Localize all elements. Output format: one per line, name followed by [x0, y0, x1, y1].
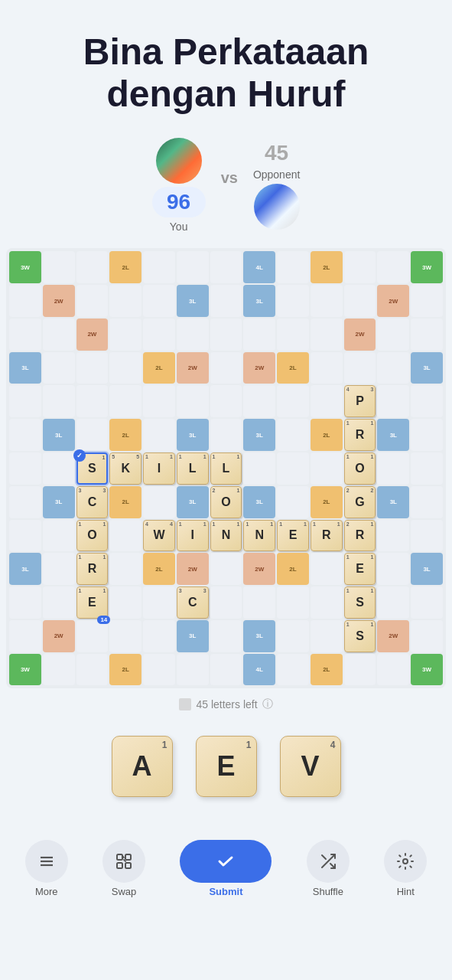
cell-5-8[interactable] — [277, 419, 309, 451]
hand-tile-e[interactable]: 1 E — [196, 736, 257, 797]
cell-5-10[interactable]: 1R1 — [344, 419, 376, 451]
tile-6-10[interactable]: 1O1 — [344, 452, 376, 485]
cell-0-10[interactable] — [344, 251, 376, 283]
cell-7-6[interactable]: 2O1 — [210, 486, 242, 518]
cell-4-3[interactable] — [109, 385, 141, 417]
cell-2-9[interactable] — [311, 318, 343, 351]
cell-10-3[interactable] — [109, 586, 141, 619]
cell-6-10[interactable]: 1O1 — [344, 452, 376, 485]
cell-8-12[interactable] — [411, 520, 443, 552]
tile-7-6[interactable]: 2O1 — [210, 486, 242, 518]
cell-2-1[interactable] — [43, 318, 75, 351]
cell-8-3[interactable] — [109, 520, 141, 552]
cell-9-2[interactable]: 1R1 — [76, 553, 109, 585]
tile-8-9[interactable]: 1R1 — [311, 520, 343, 552]
cell-11-12[interactable] — [411, 620, 443, 652]
cell-0-8[interactable] — [277, 251, 309, 283]
cell-11-6[interactable] — [210, 620, 242, 652]
cell-6-3[interactable]: 5K5 — [109, 452, 141, 485]
cell-12-4[interactable] — [143, 654, 175, 686]
tile-6-4[interactable]: 1I1 — [143, 452, 175, 485]
cell-8-4[interactable]: 4W4 — [143, 520, 175, 552]
cell-10-10[interactable]: 1S1 — [344, 586, 376, 619]
cell-2-3[interactable] — [109, 318, 141, 351]
tile-8-5[interactable]: 1I1 — [177, 520, 209, 552]
tile-7-10[interactable]: 2G2 — [344, 486, 376, 518]
cell-9-6[interactable] — [210, 553, 242, 585]
cell-0-4[interactable] — [143, 251, 175, 283]
cell-6-6[interactable]: 1L1 — [210, 452, 242, 485]
cell-4-0[interactable] — [9, 385, 41, 417]
tile-9-10[interactable]: 1E1 — [344, 553, 376, 585]
cell-8-9[interactable]: 1R1 — [311, 520, 343, 552]
cell-2-7[interactable] — [243, 318, 275, 351]
cell-3-10[interactable] — [344, 352, 376, 384]
cell-7-0[interactable] — [9, 486, 41, 518]
cell-11-2[interactable] — [76, 620, 109, 652]
cell-0-1[interactable] — [43, 251, 75, 283]
cell-4-9[interactable] — [311, 385, 343, 417]
cell-11-8[interactable] — [277, 620, 309, 652]
cell-1-8[interactable] — [277, 285, 309, 317]
game-board[interactable]: 3W2L4L2L3W2W3L3L2W2W2W3L2L2W2W2L3L4P33L2… — [6, 248, 446, 688]
cell-4-10[interactable]: 4P3 — [344, 385, 376, 417]
cell-7-10[interactable]: 2G2 — [344, 486, 376, 518]
cell-6-5[interactable]: 1L1 — [177, 452, 209, 485]
cell-6-7[interactable] — [243, 452, 275, 485]
cell-5-4[interactable] — [143, 419, 175, 451]
cell-8-1[interactable] — [43, 520, 75, 552]
hand-tiles[interactable]: 1 A 1 E 4 V — [112, 720, 341, 812]
cell-6-2[interactable]: ✓S1 — [76, 452, 109, 485]
cell-4-7[interactable] — [243, 385, 275, 417]
cell-9-10[interactable]: 1E1 — [344, 553, 376, 585]
cell-8-8[interactable]: 1E1 — [277, 520, 309, 552]
cell-0-11[interactable] — [377, 251, 409, 283]
cell-6-1[interactable] — [43, 452, 75, 485]
cell-12-6[interactable] — [210, 654, 242, 686]
cell-6-11[interactable] — [377, 452, 409, 485]
cell-11-4[interactable] — [143, 620, 175, 652]
cell-12-2[interactable] — [76, 654, 109, 686]
cell-6-9[interactable] — [311, 452, 343, 485]
cell-4-6[interactable] — [210, 385, 242, 417]
cell-2-5[interactable] — [177, 318, 209, 351]
cell-10-9[interactable] — [311, 586, 343, 619]
cell-10-6[interactable] — [210, 586, 242, 619]
tile-6-2[interactable]: ✓S1 — [76, 452, 109, 485]
cell-6-0[interactable] — [9, 452, 41, 485]
cell-11-0[interactable] — [9, 620, 41, 652]
submit-button[interactable]: Submit — [180, 840, 272, 897]
cell-11-9[interactable] — [311, 620, 343, 652]
cell-4-8[interactable] — [277, 385, 309, 417]
cell-9-1[interactable] — [43, 553, 75, 585]
tile-10-2[interactable]: 1E114 — [76, 586, 109, 619]
tile-8-10[interactable]: 2R1 — [344, 520, 376, 552]
cell-9-3[interactable] — [109, 553, 141, 585]
cell-8-2[interactable]: 1O1 — [76, 520, 109, 552]
cell-5-12[interactable] — [411, 419, 443, 451]
cell-0-5[interactable] — [177, 251, 209, 283]
cell-10-8[interactable] — [277, 586, 309, 619]
tile-10-10[interactable]: 1S1 — [344, 586, 376, 619]
tile-8-7[interactable]: 1N1 — [243, 520, 275, 552]
cell-0-6[interactable] — [210, 251, 242, 283]
cell-5-0[interactable] — [9, 419, 41, 451]
cell-8-6[interactable]: 1N1 — [210, 520, 242, 552]
cell-4-4[interactable] — [143, 385, 175, 417]
tile-11-10[interactable]: 1S1 — [344, 620, 376, 652]
tile-7-2[interactable]: 3C3 — [76, 486, 109, 518]
cell-2-4[interactable] — [143, 318, 175, 351]
cell-3-2[interactable] — [76, 352, 109, 384]
cell-1-9[interactable] — [311, 285, 343, 317]
cell-7-8[interactable] — [277, 486, 309, 518]
cell-7-4[interactable] — [143, 486, 175, 518]
cell-10-0[interactable] — [9, 586, 41, 619]
cell-8-11[interactable] — [377, 520, 409, 552]
cell-9-9[interactable] — [311, 553, 343, 585]
shuffle-button[interactable]: Shuffle — [307, 840, 350, 897]
tile-8-6[interactable]: 1N1 — [210, 520, 242, 552]
cell-8-7[interactable]: 1N1 — [243, 520, 275, 552]
cell-1-3[interactable] — [109, 285, 141, 317]
cell-10-2[interactable]: 1E114 — [76, 586, 109, 619]
tile-6-5[interactable]: 1L1 — [177, 452, 209, 485]
